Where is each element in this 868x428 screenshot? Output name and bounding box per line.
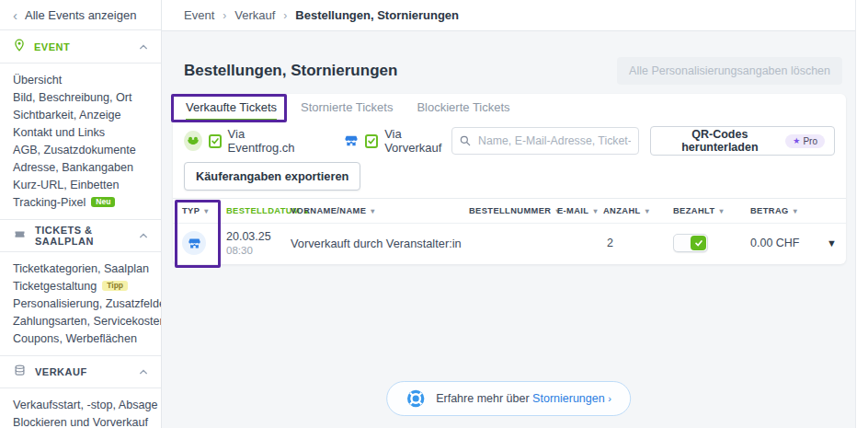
sidebar-item-label: Kontakt und Links	[13, 126, 105, 139]
breadcrumb-separator-icon: ›	[283, 9, 287, 22]
column-header-bestelldatum[interactable]: BESTELLDATUM▴	[226, 206, 285, 215]
link-caret-icon: ›	[608, 393, 611, 404]
sidebar-item-adresse-bankangaben[interactable]: Adresse, Bankangaben	[0, 158, 161, 176]
sidebar-item-zahlungsarten-servicekosten[interactable]: Zahlungsarten, Servicekosten	[0, 312, 161, 330]
column-header-bezahlt[interactable]: BEZAHLT▾	[673, 206, 745, 215]
column-header-betrag[interactable]: BETRAG▾	[750, 206, 809, 215]
tab-stornierte-tickets[interactable]: Stornierte Tickets	[301, 94, 393, 121]
breadcrumb: Event › Verkauf › Bestellungen, Stornier…	[162, 0, 855, 31]
sidebar-section-tickets-saalplan[interactable]: TICKETS & SAALPLAN	[0, 219, 161, 252]
sidebar-item-ticketgestaltung[interactable]: TicketgestaltungTipp	[0, 277, 161, 295]
column-header-vorname-name[interactable]: VORNAME/NAME▾	[291, 206, 463, 215]
database-stack-icon	[13, 364, 27, 381]
search-icon	[459, 134, 472, 151]
tab-verkaufte-tickets[interactable]: Verkaufte Tickets	[186, 94, 277, 121]
row-betrag: 0.00 CHF	[750, 237, 809, 249]
sidebar-item-bild-beschreibung-ort[interactable]: Bild, Beschreibung, Ort	[0, 88, 161, 106]
sidebar-item-uebersicht[interactable]: Übersicht	[0, 71, 161, 88]
row-anzahl: 2	[603, 237, 668, 249]
storefront-icon	[344, 133, 359, 148]
chevron-up-icon[interactable]	[139, 227, 148, 244]
via-eventfrog-checkbox[interactable]	[209, 134, 222, 148]
table-row[interactable]: 20.03.25 08:30 Vorverkauft durch Veranst…	[173, 223, 846, 264]
row-time: 08:30	[226, 245, 285, 256]
tab-label: Verkaufte Tickets	[186, 100, 277, 114]
sidebar-section-verkauf[interactable]: VERKAUF	[0, 355, 161, 388]
star-icon: ★	[793, 136, 800, 145]
tab-label: Stornierte Tickets	[301, 100, 393, 114]
filter-via-eventfrog: Via Eventfrog.ch	[184, 127, 305, 155]
sidebar-item-label: Adresse, Bankangaben	[13, 161, 133, 174]
qr-button-label: QR-Codes herunterladen	[660, 128, 779, 154]
row-date-cell: 20.03.25 08:30	[226, 230, 285, 256]
sidebar-item-verkaufsstart-stop-absage[interactable]: Verkaufsstart, -stop, AbsageNeu	[0, 396, 161, 413]
sidebar-item-kurz-url-einbetten[interactable]: Kurz-URL, Einbetten	[0, 176, 161, 193]
sidebar-item-label: Coupons, Werbeflächen	[13, 332, 137, 345]
sidebar-item-coupons-werbeflaechen[interactable]: Coupons, Werbeflächen	[0, 330, 161, 347]
sidebar-item-label: Verkaufsstart, -stop, Absage	[13, 399, 158, 411]
sidebar-item-label: Ticketkategorien, Saalplan	[13, 262, 149, 275]
sidebar-item-label: Blockieren und Vorverkauf	[13, 416, 148, 428]
main-area: Event › Verkauf › Bestellungen, Stornier…	[162, 0, 855, 428]
info-pill: Erfahre mehr über Stornierungen ›	[386, 381, 631, 416]
via-vorverkauf-checkbox[interactable]	[365, 134, 378, 148]
scrollbar-gutter[interactable]	[855, 0, 868, 428]
clear-personalization-button[interactable]: Alle Personalisierungsangaben löschen	[617, 57, 842, 85]
sort-down-icon: ▾	[371, 207, 374, 215]
sidebar-item-blockieren-und-vorverkauf[interactable]: Blockieren und Vorverkauf	[0, 413, 161, 428]
sidebar-item-kontakt-und-links[interactable]: Kontakt und Links	[0, 123, 161, 141]
sidebar-item-agb-zusatzdokumente[interactable]: AGB, Zusatzdokumente	[0, 141, 161, 158]
search-input[interactable]	[451, 127, 639, 155]
content-header: Bestellungen, Stornierungen Alle Persona…	[184, 57, 842, 85]
column-header-anzahl[interactable]: ANZAHL▾	[603, 206, 668, 215]
breadcrumb-separator-icon: ›	[223, 9, 226, 22]
sidebar-item-label: Ticketgestaltung	[13, 280, 97, 293]
tab-bar: Verkaufte Tickets Stornierte Tickets Blo…	[173, 94, 846, 121]
breadcrumb-verkauf[interactable]: Verkauf	[234, 8, 275, 22]
chevron-left-icon: ‹	[13, 8, 17, 22]
page-content: Bestellungen, Stornierungen Alle Persona…	[162, 31, 855, 428]
neu-badge: Neu	[91, 197, 115, 208]
via-eventfrog-label: Via Eventfrog.ch	[228, 127, 306, 155]
back-link-label: Alle Events anzeigen	[25, 8, 136, 22]
row-type-storefront-icon	[182, 231, 206, 255]
orders-card: Verkaufte Tickets Stornierte Tickets Blo…	[173, 94, 846, 264]
row-expand-caret-icon[interactable]: ▼	[815, 237, 837, 249]
sidebar-item-personalisierung-zusatzfelder[interactable]: Personalisierung, Zusatzfelder	[0, 295, 161, 312]
sidebar-item-tracking-pixel[interactable]: Tracking-PixelNeu	[0, 193, 161, 211]
sidebar-section-event[interactable]: EVENT	[0, 30, 161, 64]
section-label-event: EVENT	[34, 41, 131, 52]
bezahlt-toggle[interactable]	[673, 234, 708, 252]
sidebar-item-label: Tracking-Pixel	[13, 196, 86, 209]
sidebar-item-label: Zahlungsarten, Servicekosten	[13, 315, 162, 328]
search-box	[451, 127, 639, 155]
sidebar-item-sichtbarkeit-anzeige[interactable]: Sichtbarkeit, Anzeige	[0, 106, 161, 123]
ticket-icon	[13, 227, 27, 245]
breadcrumb-current: Bestellungen, Stornierungen	[295, 8, 459, 22]
sort-down-icon: ▾	[645, 207, 649, 215]
sidebar-item-label: Übersicht	[13, 74, 62, 87]
row-date: 20.03.25	[226, 230, 285, 243]
sidebar-item-label: Bild, Beschreibung, Ort	[13, 91, 132, 104]
table-header-row: TYP▾ BESTELLDATUM▴ VORNAME/NAME▾ BESTELL…	[173, 199, 846, 223]
back-to-all-events-link[interactable]: ‹ Alle Events anzeigen	[0, 0, 161, 30]
chevron-up-icon[interactable]	[139, 364, 148, 380]
app-window: ‹ Alle Events anzeigen EVENT Übersicht B…	[0, 0, 868, 428]
qr-codes-download-button[interactable]: QR-Codes herunterladen ★Pro	[650, 126, 835, 156]
pro-badge: ★Pro	[785, 134, 825, 148]
row-bezahlt-cell	[673, 234, 745, 252]
section-label-verkauf: VERKAUF	[35, 366, 131, 377]
breadcrumb-event[interactable]: Event	[184, 8, 214, 22]
stornierungen-link[interactable]: Stornierungen	[532, 392, 605, 405]
column-header-email[interactable]: E-MAIL▾	[557, 206, 598, 215]
column-header-bestellnummer[interactable]: BESTELLNUMMER▾	[469, 206, 552, 215]
sidebar-item-ticketkategorien-saalplan[interactable]: Ticketkategorien, Saalplan	[0, 260, 161, 277]
sidebar-item-label: Personalisierung, Zusatzfelder	[13, 297, 162, 310]
column-header-typ[interactable]: TYP▾	[182, 206, 221, 215]
tab-blockierte-tickets[interactable]: Blockierte Tickets	[417, 94, 509, 121]
chevron-up-icon[interactable]	[139, 39, 148, 55]
export-buyer-data-button[interactable]: Käuferangaben exportieren	[184, 162, 360, 191]
orders-table: TYP▾ BESTELLDATUM▴ VORNAME/NAME▾ BESTELL…	[173, 198, 846, 264]
toggle-check-icon	[691, 236, 706, 250]
filter-via-vorverkauf: Via Vorverkauf	[344, 127, 451, 155]
